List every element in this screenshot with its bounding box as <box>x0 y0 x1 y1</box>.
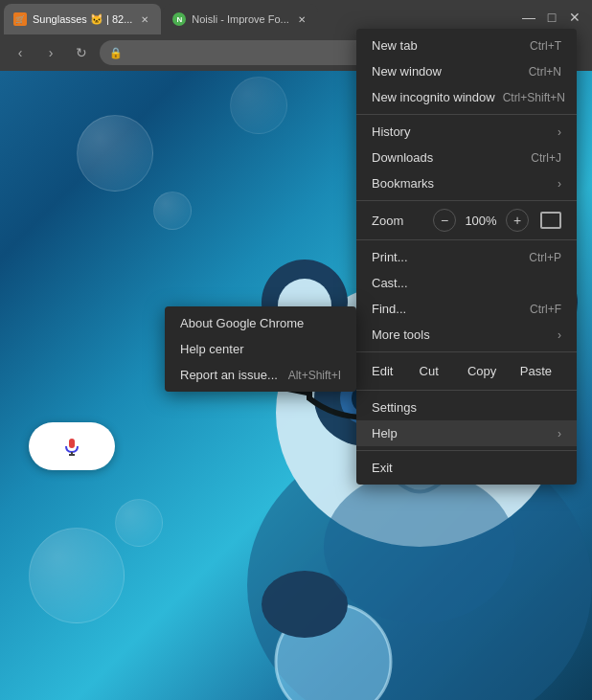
svg-rect-21 <box>69 439 75 448</box>
edit-row: Edit Cut Copy Paste <box>356 356 577 386</box>
separator-4 <box>356 351 577 352</box>
help-submenu: About Google Chrome Help center Report a… <box>165 306 356 392</box>
menu-item-incognito[interactable]: New incognito window Ctrl+Shift+N <box>356 84 577 110</box>
search-bar[interactable] <box>29 422 115 470</box>
microphone-svg <box>62 437 81 456</box>
tab-2-close[interactable]: ✕ <box>295 12 308 26</box>
menu-item-cast[interactable]: Cast... <box>356 270 577 296</box>
paste-button[interactable]: Paste <box>511 360 561 382</box>
zoom-controls: − 100% + <box>433 209 561 232</box>
menu-item-bookmarks[interactable]: Bookmarks › <box>356 170 577 196</box>
cut-button[interactable]: Cut <box>404 360 453 382</box>
fullscreen-button[interactable] <box>540 212 561 229</box>
separator-5 <box>356 390 577 391</box>
menu-item-history[interactable]: History › <box>356 119 577 145</box>
zoom-in-button[interactable]: + <box>506 209 529 232</box>
separator-1 <box>356 114 577 115</box>
mic-icon[interactable] <box>60 435 83 458</box>
menu-item-new-window[interactable]: New window Ctrl+N <box>356 58 577 84</box>
bubble-5 <box>115 499 163 547</box>
tab-2-label: Noisli - Improve Fo... <box>192 13 288 25</box>
tab-2-icon: N <box>172 12 186 26</box>
maximize-button[interactable]: □ <box>542 8 561 27</box>
bubble-3 <box>230 77 287 134</box>
zoom-value: 100% <box>464 214 498 228</box>
reload-button[interactable]: ↻ <box>69 40 94 65</box>
separator-2 <box>356 200 577 201</box>
tab-1-icon: 🛒 <box>13 12 27 26</box>
menu-item-downloads[interactable]: Downloads Ctrl+J <box>356 145 577 170</box>
help-report-issue[interactable]: Report an issue... Alt+Shift+I <box>165 362 356 388</box>
chrome-menu: New tab Ctrl+T New window Ctrl+N New inc… <box>356 29 577 485</box>
bubble-4 <box>29 528 125 623</box>
menu-item-find[interactable]: Find... Ctrl+F <box>356 296 577 322</box>
forward-button[interactable]: › <box>38 40 63 65</box>
menu-item-exit[interactable]: Exit <box>356 455 577 481</box>
separator-3 <box>356 239 577 240</box>
menu-item-settings[interactable]: Settings <box>356 395 577 420</box>
menu-item-new-tab[interactable]: New tab Ctrl+T <box>356 33 577 58</box>
url-input[interactable]: 🔒 ☆ <box>100 40 379 65</box>
help-center[interactable]: Help center <box>165 336 356 362</box>
zoom-out-button[interactable]: − <box>433 209 456 232</box>
zoom-row: Zoom − 100% + <box>356 205 577 236</box>
menu-item-more-tools[interactable]: More tools › <box>356 322 577 348</box>
back-button[interactable]: ‹ <box>8 40 33 65</box>
menu-item-help[interactable]: Help › <box>356 420 577 446</box>
copy-button[interactable]: Copy <box>457 360 506 382</box>
bubble-1 <box>77 115 153 192</box>
menu-item-print[interactable]: Print... Ctrl+P <box>356 244 577 270</box>
tab-1-label: Sunglasses 🐱 | 82... <box>33 13 132 26</box>
minimize-button[interactable]: — <box>519 8 538 27</box>
tab-1[interactable]: 🛒 Sunglasses 🐱 | 82... ✕ <box>4 4 161 34</box>
tab-1-close[interactable]: ✕ <box>138 12 151 26</box>
separator-6 <box>356 450 577 451</box>
secure-icon: 🔒 <box>109 47 123 59</box>
bubble-2 <box>153 192 192 230</box>
svg-point-20 <box>324 470 515 623</box>
help-about-chrome[interactable]: About Google Chrome <box>165 310 356 336</box>
tab-2[interactable]: N Noisli - Improve Fo... ✕ <box>163 4 317 34</box>
close-button[interactable]: ✕ <box>565 8 584 27</box>
google-search-bar <box>29 422 115 470</box>
